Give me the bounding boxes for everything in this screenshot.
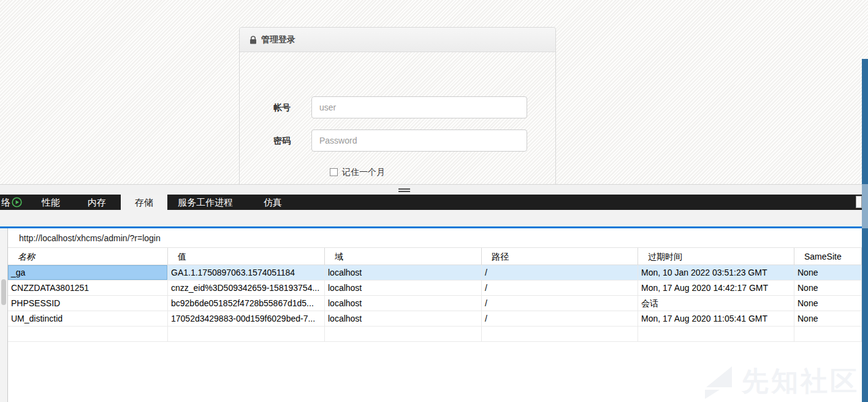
column-header-path[interactable]: 路径: [482, 248, 638, 265]
rail-scrollbar-thumb[interactable]: [1, 279, 6, 305]
tab-emulation[interactable]: 仿真: [264, 195, 282, 210]
cookie-view: http://localhost/xhcms/admin/?r=login 名称…: [8, 228, 862, 402]
column-header-value[interactable]: 值: [168, 248, 325, 265]
storage-toolbar: [0, 210, 868, 226]
table-row[interactable]: PHPSESSID bc92b6de051852f4728b55867d1d5.…: [8, 296, 862, 311]
record-play-icon[interactable]: [12, 197, 22, 207]
tab-network[interactable]: 络: [1, 195, 10, 210]
screenshot-root: 管理登录 帐号 密码 记住一个月 登录 重置 络: [0, 0, 868, 402]
cookie-table: 名称 值 域 路径 过期时间 SameSite _ga GA1.1.175089…: [8, 248, 862, 342]
login-page: 管理登录 帐号 密码 记住一个月 登录 重置: [0, 0, 868, 184]
devtools-resize-strip[interactable]: [0, 184, 868, 195]
tab-storage[interactable]: 存储: [121, 195, 167, 210]
cookie-table-header: 名称 值 域 路径 过期时间 SameSite: [8, 248, 862, 265]
page-scrollbar[interactable]: [862, 59, 868, 402]
table-row[interactable]: UM_distinctid 17052d3429883-00d159f6029b…: [8, 311, 862, 327]
devtools-corner-button[interactable]: [856, 196, 862, 208]
account-label: 帐号: [252, 102, 291, 114]
remember-label: 记住一个月: [342, 167, 385, 178]
login-panel-title: 管理登录: [261, 34, 295, 45]
lock-icon: [249, 36, 257, 44]
table-row-empty[interactable]: [8, 327, 862, 342]
table-row[interactable]: CNZZDATA3801251 cnzz_eid%3D509342659-158…: [8, 280, 862, 296]
account-input[interactable]: [311, 96, 527, 118]
table-row[interactable]: _ga GA1.1.1750897063.1574051184 localhos…: [8, 265, 862, 280]
column-header-name[interactable]: 名称: [8, 248, 168, 265]
column-header-samesite[interactable]: SameSite: [794, 248, 862, 265]
column-header-expires[interactable]: 过期时间: [638, 248, 794, 265]
devtools-panel: 络 性能 内存 存储 服务工作进程 仿真 http://localhost/xh…: [0, 184, 868, 402]
password-label: 密码: [252, 136, 291, 147]
login-panel: 管理登录 帐号 密码 记住一个月 登录 重置: [239, 27, 556, 184]
cookie-origin-url[interactable]: http://localhost/xhcms/admin/?r=login: [8, 228, 862, 248]
storage-tree-rail: [0, 228, 8, 402]
password-input[interactable]: [311, 129, 527, 152]
devtools-tabbar: 络 性能 内存 存储 服务工作进程 仿真: [0, 195, 868, 210]
page-scrollbar-light-segment: [862, 184, 868, 228]
column-header-domain[interactable]: 域: [325, 248, 482, 265]
login-panel-header: 管理登录: [240, 28, 555, 52]
login-form: 帐号 密码 记住一个月 登录 重置: [240, 52, 555, 184]
tab-performance[interactable]: 性能: [42, 195, 60, 210]
tab-service-workers[interactable]: 服务工作进程: [178, 195, 233, 210]
tab-memory[interactable]: 内存: [88, 195, 106, 210]
resize-grip-icon[interactable]: [398, 188, 410, 192]
remember-checkbox[interactable]: [330, 168, 338, 176]
storage-content: http://localhost/xhcms/admin/?r=login 名称…: [0, 228, 868, 402]
